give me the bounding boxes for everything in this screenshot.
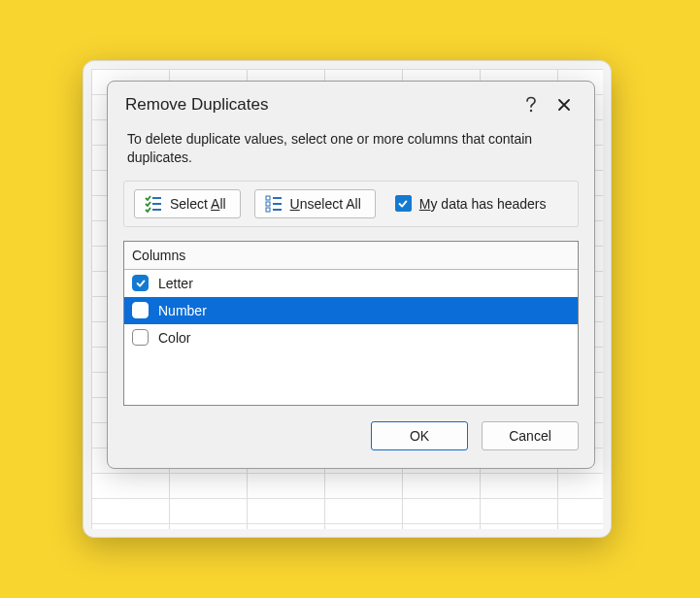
dialog-buttons: OK Cancel [108, 406, 594, 468]
column-label: Color [158, 330, 190, 346]
svg-rect-9 [266, 208, 270, 212]
column-label: Number [158, 303, 207, 318]
svg-rect-6 [273, 209, 282, 211]
unselect-all-label: Unselect All [290, 196, 361, 212]
svg-rect-3 [152, 209, 161, 211]
dialog-instruction: To delete duplicate values, select one o… [108, 124, 594, 181]
svg-rect-7 [266, 196, 270, 200]
cancel-button[interactable]: Cancel [482, 421, 579, 450]
column-row[interactable]: Color [124, 324, 578, 351]
select-all-button[interactable]: Select All [134, 189, 241, 218]
svg-rect-1 [152, 197, 161, 199]
select-all-label: Select All [170, 196, 226, 212]
help-icon [525, 96, 537, 114]
dialog-toolbar: Select All Unselect All My data has head… [123, 181, 579, 227]
svg-point-0 [530, 110, 532, 112]
ok-button[interactable]: OK [371, 421, 468, 450]
select-all-icon [145, 195, 162, 213]
columns-listbox[interactable]: Columns LetterNumberColor [123, 241, 579, 406]
svg-rect-5 [273, 203, 282, 205]
has-headers-checkbox[interactable] [395, 195, 412, 212]
remove-duplicates-dialog: Remove Duplicates To delete duplicate va… [107, 81, 595, 469]
column-label: Letter [158, 276, 193, 291]
columns-header: Columns [124, 242, 578, 270]
column-checkbox[interactable] [132, 275, 149, 291]
svg-rect-4 [273, 197, 282, 199]
close-icon [557, 98, 571, 112]
help-button[interactable] [515, 91, 548, 118]
column-checkbox[interactable] [132, 302, 149, 318]
svg-rect-8 [266, 202, 270, 206]
has-headers-label: My data has headers [419, 196, 547, 212]
column-row[interactable]: Number [124, 297, 578, 324]
has-headers-option[interactable]: My data has headers [395, 195, 547, 212]
svg-rect-2 [152, 203, 161, 205]
column-row[interactable]: Letter [124, 270, 578, 297]
unselect-all-icon [265, 195, 283, 213]
dialog-title: Remove Duplicates [125, 95, 268, 115]
column-checkbox[interactable] [132, 329, 149, 346]
dialog-titlebar: Remove Duplicates [108, 82, 594, 124]
close-button[interactable] [548, 91, 581, 118]
unselect-all-button[interactable]: Unselect All [254, 189, 376, 218]
